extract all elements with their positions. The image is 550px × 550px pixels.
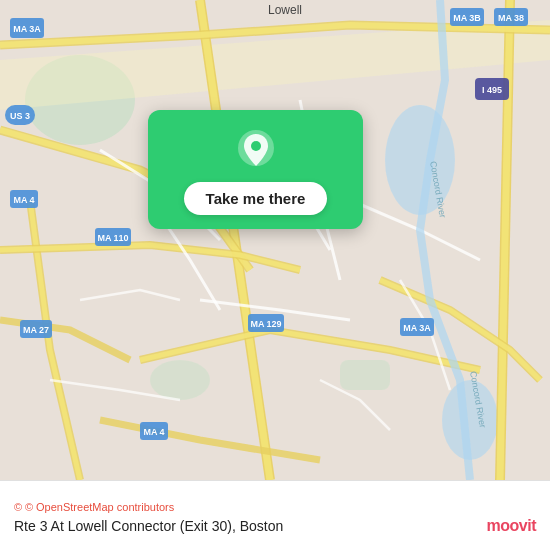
- location-title: Rte 3 At Lowell Connector (Exit 30), Bos…: [14, 518, 283, 534]
- attribution-text: © OpenStreetMap contributors: [25, 501, 174, 513]
- svg-text:US 3: US 3: [10, 111, 30, 121]
- svg-text:I 495: I 495: [482, 85, 502, 95]
- location-title-row: Rte 3 At Lowell Connector (Exit 30), Bos…: [14, 517, 536, 535]
- map-svg: MA 3A US 3 MA 4 MA 27 MA 4 MA 110 MA 129…: [0, 0, 550, 480]
- moovit-logo: moovit: [487, 517, 536, 535]
- svg-text:MA 3A: MA 3A: [13, 24, 41, 34]
- location-pin-icon: [234, 128, 278, 172]
- moovit-brand-text: moovit: [487, 517, 536, 535]
- svg-text:MA 3B: MA 3B: [453, 13, 481, 23]
- copyright-symbol: ©: [14, 501, 22, 513]
- svg-rect-5: [340, 360, 390, 390]
- svg-text:MA 110: MA 110: [97, 233, 128, 243]
- map-container: MA 3A US 3 MA 4 MA 27 MA 4 MA 110 MA 129…: [0, 0, 550, 480]
- svg-text:MA 38: MA 38: [498, 13, 524, 23]
- svg-point-33: [251, 141, 261, 151]
- svg-text:MA 3A: MA 3A: [403, 323, 431, 333]
- svg-point-4: [150, 360, 210, 400]
- svg-text:MA 27: MA 27: [23, 325, 49, 335]
- svg-text:MA 129: MA 129: [250, 319, 281, 329]
- svg-text:MA 4: MA 4: [13, 195, 34, 205]
- svg-text:MA 4: MA 4: [143, 427, 164, 437]
- take-me-there-button[interactable]: Take me there: [184, 182, 328, 215]
- svg-text:Lowell: Lowell: [268, 3, 302, 17]
- bottom-bar: © © OpenStreetMap contributors Rte 3 At …: [0, 480, 550, 550]
- attribution: © © OpenStreetMap contributors: [14, 501, 536, 513]
- location-card: Take me there: [148, 110, 363, 229]
